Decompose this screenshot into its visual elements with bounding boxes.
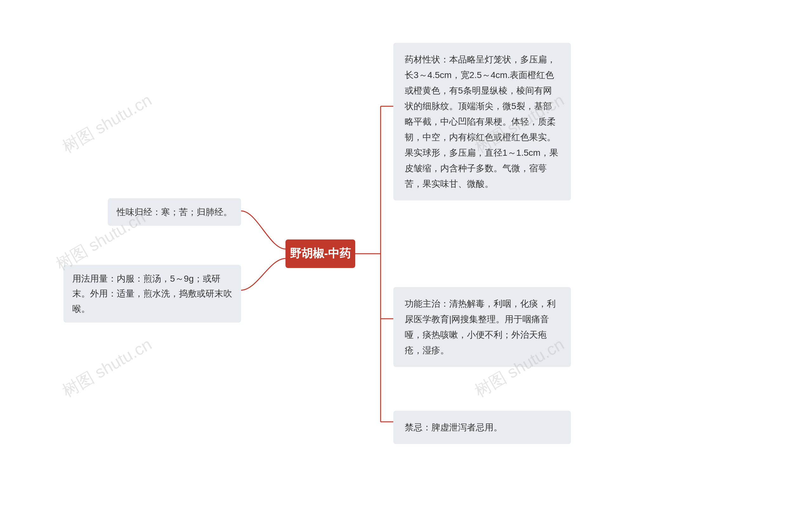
right-node-jinji-text: 禁忌：脾虚泄泻者忌用。 — [405, 422, 502, 432]
left-node-yongfa-text: 用法用量：内服：煎汤，5～9g；或研末。外用：适量，煎水洗，捣敷或研末吹喉。 — [72, 274, 232, 314]
left-node-xingwei: 性味归经：寒；苦；归肺经。 — [108, 198, 241, 226]
right-node-yaocai-text: 药材性状：本品略呈灯笼状，多压扁，长3～4.5cm，宽2.5～4cm.表面橙红色… — [405, 55, 558, 189]
watermark-3: 树图 shutu.cn — [58, 333, 156, 402]
watermark-1: 树图 shutu.cn — [58, 89, 156, 158]
left-node-xingwei-text: 性味归经：寒；苦；归肺经。 — [117, 207, 232, 217]
right-node-yaocai: 药材性状：本品略呈灯笼状，多压扁，长3～4.5cm，宽2.5～4cm.表面橙红色… — [393, 43, 571, 200]
right-node-gongneng: 功能主治：清热解毒，利咽，化痰，利尿医学教育|网搜集整理。用于咽痛音哑，痰热咳嗽… — [393, 287, 571, 367]
left-node-yongfa: 用法用量：内服：煎汤，5～9g；或研末。外用：适量，煎水洗，捣敷或研末吹喉。 — [64, 265, 241, 323]
right-node-jinji: 禁忌：脾虚泄泻者忌用。 — [393, 411, 571, 444]
mind-map: 野胡椒-中药 性味归经：寒；苦；归肺经。 用法用量：内服：煎汤，5～9g；或研末… — [25, 24, 787, 500]
right-node-gongneng-text: 功能主治：清热解毒，利咽，化痰，利尿医学教育|网搜集整理。用于咽痛音哑，痰热咳嗽… — [405, 299, 556, 355]
central-node-text: 野胡椒-中药 — [290, 246, 351, 261]
central-node: 野胡椒-中药 — [286, 239, 355, 268]
mind-map-container: 野胡椒-中药 性味归经：寒；苦；归肺经。 用法用量：内服：煎汤，5～9g；或研末… — [0, 0, 812, 523]
